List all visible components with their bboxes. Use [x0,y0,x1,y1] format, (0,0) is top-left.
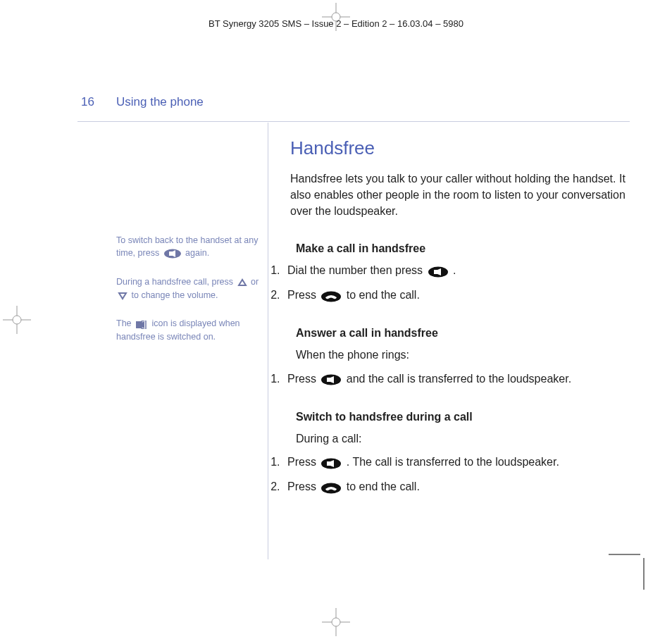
text: During a handsfree call, press [116,277,236,287]
section-title: Using the phone [116,95,204,109]
svg-rect-18 [169,252,173,256]
subhead-answer-call: Answer a call in handsfree [296,325,628,341]
text: or [251,277,259,287]
text: Press [287,480,319,492]
step: Press to end the call. [283,287,628,304]
speaker-key-icon [321,371,342,387]
text: Press [287,373,319,385]
text: to end the call. [347,480,420,492]
margin-notes: To switch back to the handset at any tim… [116,234,261,359]
margin-note-3: The icon is displayed when handsfree is … [116,317,261,343]
step: Press to end the call. [283,478,628,495]
column-separator [268,123,268,559]
crop-corner-icon [609,547,651,590]
text: The [116,318,134,328]
subhead-make-call: Make a call in handsfree [296,240,628,256]
precondition-text: During a call: [296,430,628,447]
page-number: 16 [81,95,94,109]
speaker-key-icon [321,454,342,471]
speaker-key-icon [163,247,182,260]
crop-mark-bottom-icon [322,608,350,636]
steps-switch-handsfree: Press . The call is transferred to the l… [283,454,628,495]
main-content: Handsfree Handsfree lets you talk to you… [290,135,628,516]
svg-rect-21 [434,270,437,274]
svg-rect-26 [327,461,330,466]
intro-text: Handsfree lets you talk to your caller w… [290,170,628,220]
precondition-text: When the phone rings: [296,347,628,363]
end-call-key-icon [321,479,342,495]
crop-mark-left-icon [3,306,31,334]
step: Press . The call is transferred to the l… [283,454,628,471]
svg-point-14 [13,316,21,324]
heading-handsfree: Handsfree [290,135,628,162]
down-arrow-icon [118,289,127,302]
svg-rect-24 [327,378,330,382]
header-divider [77,121,630,122]
text: to end the call. [347,289,420,301]
svg-point-9 [332,618,340,626]
steps-make-call: Dial the number then press . Press to en… [283,262,628,304]
end-call-key-icon [321,287,342,304]
text: Dial the number then press [287,264,426,276]
margin-note-1: To switch back to the handset at any tim… [116,234,261,260]
text: Press [287,289,319,301]
steps-answer-call: Press and the call is transferred to the… [283,371,628,387]
subhead-switch-handsfree: Switch to handsfree during a call [296,409,628,425]
text: . [453,264,456,276]
speaker-key-icon [428,263,449,280]
text: and the call is transferred to the louds… [347,373,571,385]
text: Press [287,456,319,468]
step: Dial the number then press . [283,262,628,279]
text: . The call is transferred to the loudspe… [347,456,559,468]
step: Press and the call is transferred to the… [283,371,628,387]
up-arrow-icon [237,276,247,289]
svg-rect-19 [136,321,142,328]
speaker-display-icon [135,318,148,330]
text: to change the volume. [131,290,218,300]
margin-note-2: During a handsfree call, press or to cha… [116,275,261,302]
text: again. [185,248,209,258]
print-header: BT Synergy 3205 SMS – Issue 2 – Edition … [0,18,672,29]
